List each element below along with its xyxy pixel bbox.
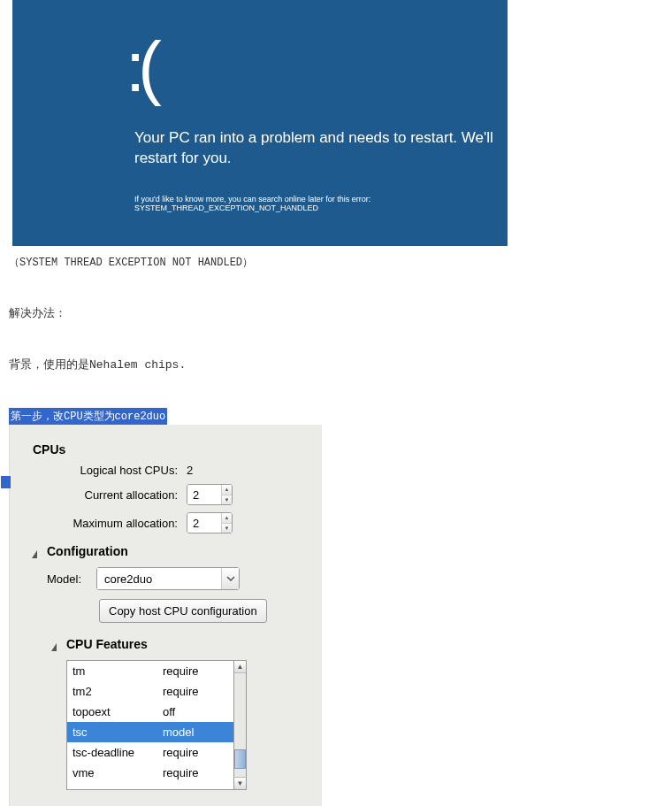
cpu-features-label: CPU Features bbox=[66, 637, 148, 651]
feature-value: require bbox=[163, 746, 228, 759]
scrollbar-thumb[interactable] bbox=[234, 749, 246, 769]
chevron-down-icon bbox=[226, 576, 235, 581]
feature-row[interactable]: vmxrequire bbox=[67, 783, 233, 790]
scroll-up-button[interactable]: ▲ bbox=[234, 661, 246, 673]
cpu-settings-dialog: CPUs Logical host CPUs: 2 Current alloca… bbox=[9, 425, 322, 806]
configuration-label: Configuration bbox=[47, 544, 128, 558]
feature-value: require bbox=[163, 664, 228, 678]
max-allocation-spinbox[interactable]: ▲ ▼ bbox=[187, 512, 233, 533]
step1-highlight: 第一步，改CPU类型为core2duo bbox=[9, 408, 167, 425]
scrollbar-track[interactable] bbox=[234, 673, 246, 777]
bsod-face-icon: :( bbox=[126, 27, 155, 108]
feature-value: require bbox=[163, 766, 228, 779]
max-allocation-label: Maximum allocation: bbox=[52, 517, 178, 530]
cpu-features-header[interactable]: CPU Features bbox=[52, 637, 309, 651]
feature-name: topoext bbox=[73, 705, 163, 718]
feature-name: tsc bbox=[73, 725, 163, 739]
solution-label: 解决办法： bbox=[9, 305, 672, 321]
feature-name: vmx bbox=[73, 787, 163, 790]
feature-row[interactable]: tscmodel bbox=[67, 722, 233, 742]
feature-value: off bbox=[163, 705, 228, 718]
feature-name: tm bbox=[73, 664, 163, 678]
current-allocation-input[interactable] bbox=[187, 485, 221, 504]
logical-cpus-label: Logical host CPUs: bbox=[52, 464, 178, 477]
arrow-down-icon: ▼ bbox=[237, 780, 244, 787]
feature-row[interactable]: tm2require bbox=[67, 681, 233, 702]
feature-name: vme bbox=[73, 766, 163, 779]
spin-down-icon[interactable]: ▼ bbox=[222, 523, 232, 533]
spin-up-icon[interactable]: ▲ bbox=[222, 485, 232, 495]
background-chips: Nehalem chips. bbox=[89, 358, 186, 372]
current-allocation-label: Current allocation: bbox=[52, 488, 178, 502]
bsod-caption: （SYSTEM THREAD EXCEPTION NOT HANDLED） bbox=[9, 255, 672, 270]
scrollbar[interactable]: ▲ ▼ bbox=[234, 660, 247, 790]
model-input[interactable] bbox=[97, 568, 221, 589]
background-prefix: 背景，使用的是 bbox=[9, 357, 89, 371]
feature-row[interactable]: tsc-deadlinerequire bbox=[67, 742, 233, 763]
copy-host-cpu-button[interactable]: Copy host CPU configuration bbox=[99, 599, 267, 623]
feature-value: model bbox=[163, 725, 228, 739]
max-allocation-input[interactable] bbox=[187, 513, 221, 533]
feature-value: require bbox=[163, 787, 228, 790]
feature-name: tm2 bbox=[73, 685, 163, 698]
bsod-message: Your PC ran into a problem and needs to … bbox=[134, 128, 506, 169]
model-label: Model: bbox=[47, 572, 88, 586]
feature-row[interactable]: tmrequire bbox=[67, 661, 233, 681]
current-allocation-spinbox[interactable]: ▲ ▼ bbox=[187, 484, 233, 505]
bsod-detail: If you'd like to know more, you can sear… bbox=[134, 195, 506, 212]
feature-row[interactable]: vmerequire bbox=[67, 763, 233, 783]
bsod-screenshot: :( Your PC ran into a problem and needs … bbox=[12, 0, 508, 246]
cpus-title: CPUs bbox=[33, 442, 309, 457]
cpu-features-list[interactable]: tmrequiretm2requiretopoextofftscmodeltsc… bbox=[66, 660, 234, 790]
arrow-up-icon: ▲ bbox=[237, 664, 244, 671]
feature-value: require bbox=[163, 685, 228, 698]
feature-row[interactable]: topoextoff bbox=[67, 702, 233, 722]
logical-cpus-value: 2 bbox=[187, 464, 193, 477]
expand-icon bbox=[33, 547, 42, 556]
expand-icon bbox=[52, 640, 61, 649]
background-note: 背景，使用的是Nehalem chips. bbox=[9, 357, 672, 372]
selection-bar bbox=[1, 476, 11, 488]
dropdown-button[interactable] bbox=[221, 568, 239, 589]
scroll-down-button[interactable]: ▼ bbox=[234, 777, 246, 789]
configuration-header[interactable]: Configuration bbox=[33, 544, 309, 558]
spin-down-icon[interactable]: ▼ bbox=[222, 495, 232, 504]
feature-name: tsc-deadline bbox=[73, 746, 163, 759]
model-combobox[interactable] bbox=[96, 567, 240, 590]
spin-up-icon[interactable]: ▲ bbox=[222, 513, 232, 523]
